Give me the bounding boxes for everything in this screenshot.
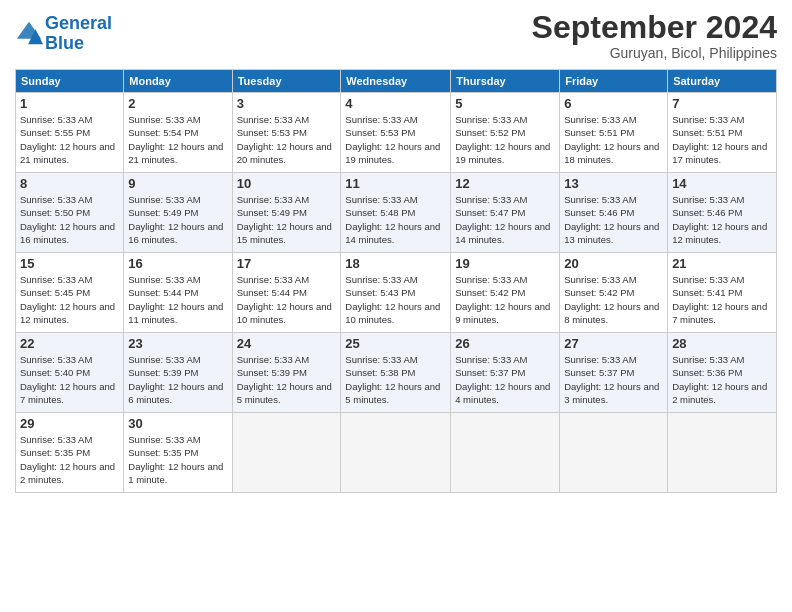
day-number: 13: [564, 176, 663, 191]
day-number: 20: [564, 256, 663, 271]
table-row: 17 Sunrise: 5:33 AM Sunset: 5:44 PM Dayl…: [232, 253, 341, 333]
calendar-row: 29 Sunrise: 5:33 AM Sunset: 5:35 PM Dayl…: [16, 413, 777, 493]
title-block: September 2024 Guruyan, Bicol, Philippin…: [532, 10, 777, 61]
day-number: 5: [455, 96, 555, 111]
table-row: [451, 413, 560, 493]
table-row: [232, 413, 341, 493]
day-number: 30: [128, 416, 227, 431]
table-row: 1 Sunrise: 5:33 AM Sunset: 5:55 PM Dayli…: [16, 93, 124, 173]
day-number: 22: [20, 336, 119, 351]
table-row: 20 Sunrise: 5:33 AM Sunset: 5:42 PM Dayl…: [560, 253, 668, 333]
day-number: 18: [345, 256, 446, 271]
day-info: Sunrise: 5:33 AM Sunset: 5:54 PM Dayligh…: [128, 113, 227, 166]
day-number: 14: [672, 176, 772, 191]
table-row: 26 Sunrise: 5:33 AM Sunset: 5:37 PM Dayl…: [451, 333, 560, 413]
header-sunday: Sunday: [16, 70, 124, 93]
table-row: 7 Sunrise: 5:33 AM Sunset: 5:51 PM Dayli…: [668, 93, 777, 173]
day-info: Sunrise: 5:33 AM Sunset: 5:44 PM Dayligh…: [237, 273, 337, 326]
day-info: Sunrise: 5:33 AM Sunset: 5:40 PM Dayligh…: [20, 353, 119, 406]
day-number: 7: [672, 96, 772, 111]
table-row: 22 Sunrise: 5:33 AM Sunset: 5:40 PM Dayl…: [16, 333, 124, 413]
day-number: 2: [128, 96, 227, 111]
logo-general: General: [45, 13, 112, 33]
day-number: 10: [237, 176, 337, 191]
day-info: Sunrise: 5:33 AM Sunset: 5:38 PM Dayligh…: [345, 353, 446, 406]
day-number: 25: [345, 336, 446, 351]
table-row: 9 Sunrise: 5:33 AM Sunset: 5:49 PM Dayli…: [124, 173, 232, 253]
day-number: 23: [128, 336, 227, 351]
table-row: [668, 413, 777, 493]
table-row: 8 Sunrise: 5:33 AM Sunset: 5:50 PM Dayli…: [16, 173, 124, 253]
day-info: Sunrise: 5:33 AM Sunset: 5:53 PM Dayligh…: [237, 113, 337, 166]
day-info: Sunrise: 5:33 AM Sunset: 5:47 PM Dayligh…: [455, 193, 555, 246]
table-row: 14 Sunrise: 5:33 AM Sunset: 5:46 PM Dayl…: [668, 173, 777, 253]
day-number: 29: [20, 416, 119, 431]
calendar-row: 8 Sunrise: 5:33 AM Sunset: 5:50 PM Dayli…: [16, 173, 777, 253]
table-row: 16 Sunrise: 5:33 AM Sunset: 5:44 PM Dayl…: [124, 253, 232, 333]
table-row: 28 Sunrise: 5:33 AM Sunset: 5:36 PM Dayl…: [668, 333, 777, 413]
day-info: Sunrise: 5:33 AM Sunset: 5:50 PM Dayligh…: [20, 193, 119, 246]
day-number: 24: [237, 336, 337, 351]
logo-icon: [15, 20, 43, 48]
day-info: Sunrise: 5:33 AM Sunset: 5:35 PM Dayligh…: [128, 433, 227, 486]
logo: General Blue: [15, 14, 112, 54]
calendar-table: Sunday Monday Tuesday Wednesday Thursday…: [15, 69, 777, 493]
day-info: Sunrise: 5:33 AM Sunset: 5:51 PM Dayligh…: [564, 113, 663, 166]
table-row: 21 Sunrise: 5:33 AM Sunset: 5:41 PM Dayl…: [668, 253, 777, 333]
calendar-row: 1 Sunrise: 5:33 AM Sunset: 5:55 PM Dayli…: [16, 93, 777, 173]
day-number: 9: [128, 176, 227, 191]
day-info: Sunrise: 5:33 AM Sunset: 5:45 PM Dayligh…: [20, 273, 119, 326]
table-row: [341, 413, 451, 493]
page: General Blue September 2024 Guruyan, Bic…: [0, 0, 792, 612]
day-info: Sunrise: 5:33 AM Sunset: 5:36 PM Dayligh…: [672, 353, 772, 406]
day-info: Sunrise: 5:33 AM Sunset: 5:46 PM Dayligh…: [564, 193, 663, 246]
table-row: [560, 413, 668, 493]
header-tuesday: Tuesday: [232, 70, 341, 93]
day-number: 19: [455, 256, 555, 271]
weekday-header-row: Sunday Monday Tuesday Wednesday Thursday…: [16, 70, 777, 93]
logo-blue: Blue: [45, 33, 84, 53]
day-info: Sunrise: 5:33 AM Sunset: 5:52 PM Dayligh…: [455, 113, 555, 166]
day-info: Sunrise: 5:33 AM Sunset: 5:46 PM Dayligh…: [672, 193, 772, 246]
table-row: 13 Sunrise: 5:33 AM Sunset: 5:46 PM Dayl…: [560, 173, 668, 253]
calendar-row: 15 Sunrise: 5:33 AM Sunset: 5:45 PM Dayl…: [16, 253, 777, 333]
day-info: Sunrise: 5:33 AM Sunset: 5:51 PM Dayligh…: [672, 113, 772, 166]
header: General Blue September 2024 Guruyan, Bic…: [15, 10, 777, 61]
day-number: 26: [455, 336, 555, 351]
header-friday: Friday: [560, 70, 668, 93]
table-row: 3 Sunrise: 5:33 AM Sunset: 5:53 PM Dayli…: [232, 93, 341, 173]
day-info: Sunrise: 5:33 AM Sunset: 5:39 PM Dayligh…: [128, 353, 227, 406]
table-row: 18 Sunrise: 5:33 AM Sunset: 5:43 PM Dayl…: [341, 253, 451, 333]
table-row: 29 Sunrise: 5:33 AM Sunset: 5:35 PM Dayl…: [16, 413, 124, 493]
day-info: Sunrise: 5:33 AM Sunset: 5:53 PM Dayligh…: [345, 113, 446, 166]
day-number: 11: [345, 176, 446, 191]
day-number: 17: [237, 256, 337, 271]
day-info: Sunrise: 5:33 AM Sunset: 5:41 PM Dayligh…: [672, 273, 772, 326]
table-row: 30 Sunrise: 5:33 AM Sunset: 5:35 PM Dayl…: [124, 413, 232, 493]
day-number: 1: [20, 96, 119, 111]
day-number: 16: [128, 256, 227, 271]
day-number: 15: [20, 256, 119, 271]
day-number: 21: [672, 256, 772, 271]
day-info: Sunrise: 5:33 AM Sunset: 5:42 PM Dayligh…: [564, 273, 663, 326]
day-number: 8: [20, 176, 119, 191]
header-monday: Monday: [124, 70, 232, 93]
day-info: Sunrise: 5:33 AM Sunset: 5:48 PM Dayligh…: [345, 193, 446, 246]
day-info: Sunrise: 5:33 AM Sunset: 5:43 PM Dayligh…: [345, 273, 446, 326]
table-row: 6 Sunrise: 5:33 AM Sunset: 5:51 PM Dayli…: [560, 93, 668, 173]
day-info: Sunrise: 5:33 AM Sunset: 5:35 PM Dayligh…: [20, 433, 119, 486]
table-row: 27 Sunrise: 5:33 AM Sunset: 5:37 PM Dayl…: [560, 333, 668, 413]
header-wednesday: Wednesday: [341, 70, 451, 93]
day-info: Sunrise: 5:33 AM Sunset: 5:42 PM Dayligh…: [455, 273, 555, 326]
table-row: 11 Sunrise: 5:33 AM Sunset: 5:48 PM Dayl…: [341, 173, 451, 253]
table-row: 12 Sunrise: 5:33 AM Sunset: 5:47 PM Dayl…: [451, 173, 560, 253]
location-title: Guruyan, Bicol, Philippines: [532, 45, 777, 61]
day-number: 3: [237, 96, 337, 111]
day-info: Sunrise: 5:33 AM Sunset: 5:39 PM Dayligh…: [237, 353, 337, 406]
day-info: Sunrise: 5:33 AM Sunset: 5:44 PM Dayligh…: [128, 273, 227, 326]
table-row: 4 Sunrise: 5:33 AM Sunset: 5:53 PM Dayli…: [341, 93, 451, 173]
day-number: 4: [345, 96, 446, 111]
calendar-row: 22 Sunrise: 5:33 AM Sunset: 5:40 PM Dayl…: [16, 333, 777, 413]
table-row: 10 Sunrise: 5:33 AM Sunset: 5:49 PM Dayl…: [232, 173, 341, 253]
table-row: 19 Sunrise: 5:33 AM Sunset: 5:42 PM Dayl…: [451, 253, 560, 333]
